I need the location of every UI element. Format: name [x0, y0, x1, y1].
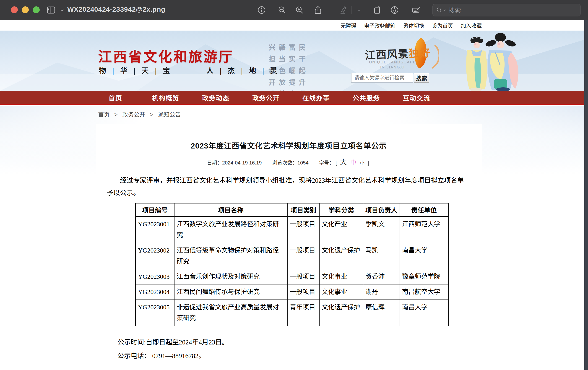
cell-project-name: 江西民间舞蹈传承与保护研究: [174, 285, 287, 300]
cell-project-id: YG2023004: [136, 285, 174, 300]
scenic-logo-subtitle: UNIQUE LANDSCAPE IN JIANGXI: [366, 60, 419, 70]
article-title: 2023年度江西省文化艺术科学规划年度项目立项名单公示: [96, 140, 482, 151]
site-motto: 物 | 华 | 天 | 宝 人 | 杰 | 地 | 灵: [99, 65, 280, 75]
cell-project-name: 江西低等级革命文物保护对策和路径研究: [174, 243, 287, 269]
info-icon[interactable]: [256, 4, 268, 16]
nav-item[interactable]: 政务动态: [191, 93, 241, 102]
window-edge: [584, 20, 588, 370]
cell-leader: 康信辉: [363, 300, 399, 326]
utility-link[interactable]: 加入收藏: [461, 21, 482, 29]
cell-project-type: 一般项目: [287, 243, 319, 269]
motto-left: 物 | 华 | 天 | 宝: [99, 65, 172, 75]
window-search-field[interactable]: 搜索: [432, 4, 581, 16]
utility-links-bar: 无障碍电子政务邮箱繁体切换设为首页加入收藏: [0, 20, 584, 31]
fontsize-large-button[interactable]: 大: [340, 159, 347, 166]
utility-link[interactable]: 电子政务邮箱: [364, 21, 396, 29]
site-search-button[interactable]: 搜索: [414, 73, 429, 83]
fullscreen-window-button[interactable]: [33, 6, 40, 13]
markup-icon[interactable]: [389, 4, 400, 16]
site-title[interactable]: 江西省文化和旅游厅: [98, 46, 233, 65]
fontsize-medium-button[interactable]: 中: [350, 159, 356, 166]
window-title: WX20240424-233942@2x.png: [67, 5, 165, 13]
search-icon: [436, 7, 443, 13]
nav-item[interactable]: 机构概览: [140, 93, 191, 102]
fontsize-small-button[interactable]: 小: [360, 160, 365, 165]
nav-item[interactable]: 互动交流: [391, 93, 441, 102]
cell-project-type: 一般项目: [287, 269, 319, 285]
table-header-cell: 学科分类: [319, 203, 363, 216]
cell-project-name: 非遗促进我省文旅产业高质量发展对策研究: [174, 300, 287, 326]
notice-phone-line: 公示电话： 0791—88916782。: [117, 349, 482, 363]
cell-project-name: 江西数字文旅产业发展路径和对策研究: [174, 216, 287, 243]
cell-project-id: YG2023005: [136, 300, 174, 326]
cell-institution: 南昌航空大学: [399, 285, 448, 300]
table-header-cell: 责任单位: [399, 203, 448, 216]
nav-item[interactable]: 首页: [90, 93, 140, 102]
nav-item[interactable]: 政务公开: [241, 93, 291, 102]
cell-leader: 谢丹: [363, 285, 399, 300]
utility-link[interactable]: 无障碍: [341, 21, 356, 29]
meta-views: 1054: [297, 160, 309, 166]
utility-link[interactable]: 设为首页: [432, 21, 453, 29]
banner-slogans: 兴赣富民担当实干绿色崛起开放提升改革攻坚创新引领: [266, 44, 274, 75]
text-annotation-icon[interactable]: [410, 4, 422, 16]
cell-project-name: 江西音乐创作现状及对策研究: [174, 269, 287, 285]
utility-link[interactable]: 繁体切换: [403, 21, 424, 29]
cell-institution: 豫章师范学院: [399, 269, 448, 285]
article-footer: 公示时间:自即日起至2024年4月23日。 公示电话： 0791—8891678…: [96, 335, 482, 363]
zoom-in-icon[interactable]: [294, 4, 305, 16]
minimize-window-button[interactable]: [22, 6, 29, 13]
meta-fontsize-label: 字号：: [319, 160, 334, 166]
bracket: ]: [368, 160, 369, 166]
site-search: 搜索: [351, 73, 429, 83]
projects-table: 项目编号项目名称项目类别学科分类项目负责人责任单位 YG2023001 江西数字…: [135, 203, 449, 326]
banner-slogan-column: 绿色崛起: [266, 67, 274, 75]
sidebar-toggle-icon[interactable]: [45, 4, 57, 16]
close-window-button[interactable]: [11, 6, 18, 13]
table-row: YG2023001 江西数字文旅产业发展路径和对策研究 一般项目 文化产业 季凯…: [136, 216, 448, 243]
site-banner: 江西省文化和旅游厅 物 | 华 | 天 | 宝 人 | 杰 | 地 | 灵 兴赣…: [0, 31, 584, 91]
meta-divider: [104, 170, 474, 170]
highlight-chevron-down-icon[interactable]: [353, 4, 365, 16]
banner-slogan-column: 担当实干: [266, 55, 274, 63]
opera-figures-illustration: [453, 31, 529, 91]
zoom-out-icon[interactable]: [276, 4, 288, 16]
meta-date-label: 日期：: [207, 160, 222, 166]
article-meta: 日期：2024-04-19 16:19 浏览次数：1054 字号：[大中小]: [96, 157, 482, 166]
article-paragraph: 经过专家评审，并报江西省文化艺术科学规划领导小组批准，现将2023年江西省文化艺…: [107, 174, 470, 199]
cell-leader: 季凯文: [363, 216, 399, 243]
screen: WX20240424-233942@2x.png: [0, 0, 588, 370]
cell-project-id: YG2023002: [136, 243, 174, 269]
main-nav: 首页机构概览政务动态政务公开在线办事公共服务互动交流: [0, 91, 584, 105]
breadcrumb: 首页 > 政务公开 > 通知公告: [98, 110, 181, 118]
breadcrumb-separator: >: [114, 111, 118, 118]
nav-item[interactable]: 公共服务: [341, 93, 391, 102]
rotate-icon[interactable]: [371, 4, 383, 16]
sidebar-chevron-down-icon[interactable]: [56, 4, 68, 16]
bracket: [: [336, 160, 337, 166]
share-icon[interactable]: [312, 4, 324, 16]
highlight-pen-icon[interactable]: [337, 4, 349, 16]
table-header-cell: 项目编号: [136, 203, 174, 216]
cell-discipline: 文化遗产保护: [319, 300, 363, 326]
breadcrumb-separator: >: [150, 111, 154, 118]
window-search-placeholder: 搜索: [449, 6, 461, 15]
table-row: YG2023004 江西民间舞蹈传承与保护研究 一般项目 文化事业 谢丹 南昌航…: [136, 285, 448, 300]
cell-leader: 贺香沛: [363, 269, 399, 285]
table-header-cell: 项目类别: [287, 203, 319, 216]
meta-views-label: 浏览次数：: [272, 160, 297, 166]
window-titlebar: WX20240424-233942@2x.png: [0, 0, 588, 20]
cell-leader: 马凯: [363, 243, 399, 269]
cell-project-id: YG2023003: [136, 269, 174, 285]
breadcrumb-section[interactable]: 政务公开: [123, 111, 145, 118]
breadcrumb-home[interactable]: 首页: [98, 111, 109, 118]
table-row: YG2023002 江西低等级革命文物保护对策和路径研究 一般项目 文化遗产保护…: [136, 243, 448, 269]
cell-project-type: 青年项目: [287, 300, 319, 326]
breadcrumb-current[interactable]: 通知公告: [158, 111, 181, 118]
cell-institution: 南昌大学: [399, 243, 448, 269]
article-panel: 2023年度江西省文化艺术科学规划年度项目立项名单公示 日期：2024-04-1…: [96, 124, 482, 352]
nav-item[interactable]: 在线办事: [291, 93, 341, 102]
cell-discipline: 文化产业: [319, 216, 363, 243]
site-search-input[interactable]: [351, 73, 413, 83]
table-header-cell: 项目名称: [174, 203, 287, 216]
